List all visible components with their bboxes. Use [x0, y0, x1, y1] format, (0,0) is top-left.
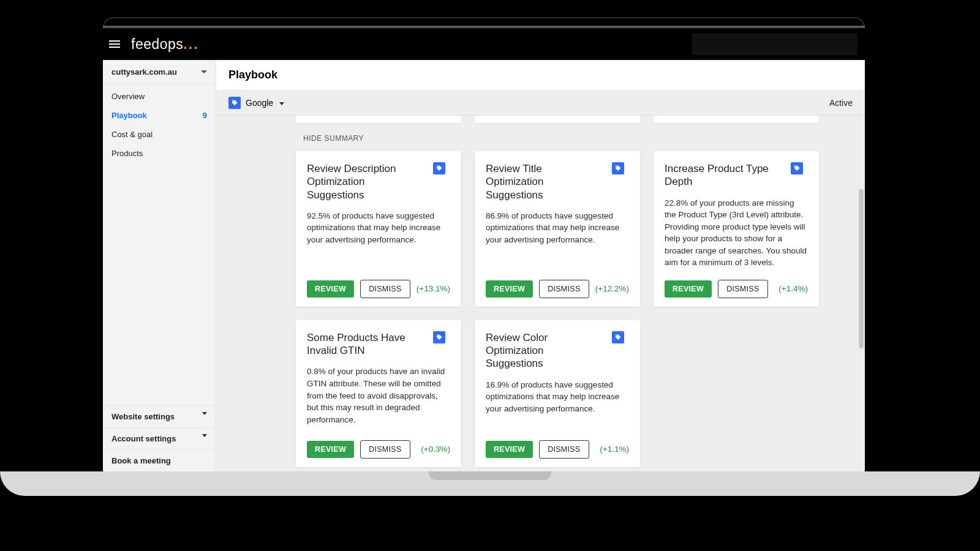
tag-icon — [228, 97, 241, 109]
sidebar-item-products[interactable]: Products — [103, 144, 216, 163]
tag-icon — [612, 162, 624, 174]
card-delta: (+1.4%) — [778, 284, 808, 293]
dismiss-button[interactable]: DISMISS — [539, 280, 589, 298]
chevron-down-icon — [201, 70, 207, 73]
review-button[interactable]: REVIEW — [307, 280, 354, 298]
card-description: 22.8% of your products are missing the P… — [665, 197, 808, 269]
dismiss-button[interactable]: DISMISS — [360, 280, 410, 298]
tag-icon — [612, 331, 624, 343]
suggestion-card: Review Color Optimization Suggestions16.… — [475, 320, 640, 467]
chevron-down-icon — [279, 102, 284, 105]
hide-summary-toggle[interactable]: HIDE SUMMARY — [296, 129, 853, 151]
review-button[interactable]: REVIEW — [665, 280, 712, 298]
card-title: Some Products Have Invalid GTIN — [307, 331, 411, 358]
domain-label: cuttysark.com.au — [111, 67, 177, 77]
review-button[interactable]: REVIEW — [486, 280, 533, 298]
topbar: feedops... — [103, 28, 865, 60]
review-button[interactable]: REVIEW — [486, 441, 533, 458]
sidebar-item-playbook[interactable]: Playbook9 — [103, 106, 216, 125]
chevron-down-icon — [202, 412, 207, 415]
card-delta: (+13.1%) — [417, 284, 450, 293]
card-description: 86.9% of products have suggested optimiz… — [486, 210, 629, 246]
sidebar-item-label: Website settings — [111, 412, 175, 421]
card-peek — [654, 116, 819, 123]
domain-selector[interactable]: cuttysark.com.au — [103, 60, 216, 84]
card-title: Review Title Optimization Suggestions — [486, 162, 590, 201]
card-peek — [296, 116, 461, 123]
suggestion-card: Increase Product Type Depth22.8% of your… — [654, 151, 819, 307]
card-title: Review Description Optimization Suggesti… — [307, 162, 411, 201]
sidebar-badge: 9 — [203, 111, 207, 120]
card-title: Increase Product Type Depth — [665, 162, 769, 189]
dismiss-button[interactable]: DISMISS — [539, 440, 589, 459]
sidebar-item-label: Account settings — [111, 434, 176, 443]
sidebar-item-label: Book a meeting — [111, 456, 171, 465]
topbar-account-area[interactable] — [692, 33, 858, 55]
sidebar-footer-account-settings[interactable]: Account settings — [103, 427, 216, 449]
card-description: 0.8% of your products have an invalid GT… — [307, 365, 450, 425]
menu-icon[interactable] — [109, 37, 123, 51]
card-description: 16.9% of products have suggested optimiz… — [486, 379, 629, 415]
card-description: 92.5% of products have suggested optimiz… — [307, 210, 450, 246]
status-label: Active — [829, 98, 853, 108]
sidebar: cuttysark.com.au OverviewPlaybook9Cost &… — [103, 60, 216, 471]
sidebar-item-label: Overview — [111, 92, 145, 101]
dismiss-button[interactable]: DISMISS — [360, 440, 410, 459]
sidebar-item-label: Playbook — [111, 111, 147, 120]
card-peek — [475, 116, 640, 123]
brand-logo: feedops... — [131, 36, 199, 53]
sidebar-item-label: Cost & goal — [111, 130, 153, 139]
chevron-down-icon — [202, 434, 207, 437]
suggestion-card: Some Products Have Invalid GTIN0.8% of y… — [296, 320, 461, 467]
tag-icon — [433, 162, 445, 174]
content-scroll[interactable]: HIDE SUMMARY Review Description Optimiza… — [216, 116, 865, 471]
card-title: Review Color Optimization Suggestions — [486, 331, 590, 370]
suggestion-card: Review Title Optimization Suggestions86.… — [475, 151, 640, 307]
card-delta: (+0.3%) — [421, 444, 450, 454]
tag-icon — [433, 331, 445, 343]
sidebar-footer-website-settings[interactable]: Website settings — [103, 405, 216, 427]
card-delta: (+12.2%) — [595, 284, 629, 293]
main: Playbook Google Active — [216, 60, 865, 471]
page-title: Playbook — [216, 60, 865, 91]
channel-selector[interactable]: Google — [246, 98, 284, 108]
card-delta: (+1.1%) — [600, 444, 629, 454]
suggestion-card: Review Description Optimization Suggesti… — [296, 151, 461, 307]
sidebar-footer-book-a-meeting[interactable]: Book a meeting — [103, 449, 216, 471]
review-button[interactable]: REVIEW — [307, 441, 354, 458]
dismiss-button[interactable]: DISMISS — [718, 280, 768, 298]
scrollbar[interactable] — [859, 189, 864, 348]
sidebar-item-cost-goal[interactable]: Cost & goal — [103, 125, 216, 144]
sidebar-item-label: Products — [111, 149, 143, 158]
tag-icon — [791, 162, 803, 174]
sidebar-item-overview[interactable]: Overview — [103, 87, 216, 106]
